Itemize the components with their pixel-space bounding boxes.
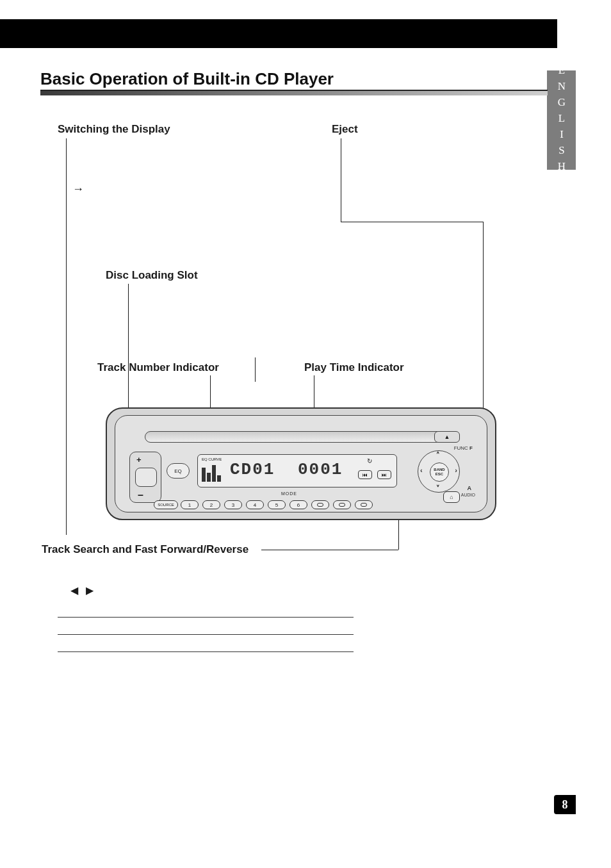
preset-button-row: 1 2 3 4 5 6: [181, 500, 373, 509]
dpad-control: ˄ ˅ ‹ › BAND ESC: [418, 450, 460, 493]
leader-line: [261, 550, 398, 550]
preset-button-1: 1: [181, 500, 199, 509]
lcd-mode-label: MODE: [281, 491, 297, 496]
section-title: Basic Operation of Built-in CD Player: [40, 69, 334, 89]
audio-label: AUDIO: [461, 493, 475, 497]
dpad-right-icon: ›: [455, 466, 457, 474]
leader-line: [483, 222, 484, 433]
loop-icon: ↻: [367, 457, 372, 464]
dpad-up-icon: ˄: [436, 451, 440, 459]
label-play-time-indicator: Play Time Indicator: [304, 361, 404, 374]
label-track-search: Track Search and Fast Forward/Reverse: [42, 543, 248, 556]
aux-button: [333, 500, 351, 509]
lcd-eq-curve-label: EQ CURVE: [202, 457, 222, 461]
volume-control: + –: [129, 452, 161, 503]
leader-line: [255, 357, 256, 382]
lcd-eq-bars: [202, 464, 225, 482]
label-disc-loading-slot: Disc Loading Slot: [106, 269, 198, 282]
horizontal-rule: [58, 617, 354, 618]
playback-arrows-icon: ◀ ▶: [70, 584, 96, 596]
preset-button-2: 2: [202, 500, 220, 509]
leader-line: [341, 138, 341, 222]
dpad-center-button: BAND ESC: [430, 463, 449, 482]
preset-button-6: 6: [289, 500, 307, 509]
preset-button-4: 4: [246, 500, 264, 509]
cd-player-illustration: ▲ FUNC F A AUDIO + – EQ EQ CURVE CD01 00…: [106, 407, 496, 520]
source-button: SOURCE: [154, 500, 178, 509]
label-track-number-indicator: Track Number Indicator: [97, 361, 219, 374]
eq-button: EQ: [167, 463, 190, 479]
dpad-down-icon: ˅: [436, 484, 440, 493]
volume-plus-icon: +: [136, 455, 142, 464]
next-track-icon: ⏭: [377, 470, 391, 479]
dpad-left-icon: ‹: [420, 466, 423, 474]
lcd-play-time: 0001: [298, 460, 343, 479]
detach-button: ⌂: [443, 491, 460, 503]
volume-minus-icon: –: [138, 489, 143, 501]
dpad-esc-label: ESC: [436, 472, 443, 477]
leader-line: [341, 222, 483, 222]
top-black-bar: [0, 19, 557, 48]
page-number: 8: [554, 795, 576, 814]
lcd-track-number: CD01: [230, 460, 275, 479]
preset-button-5: 5: [268, 500, 286, 509]
func-label: FUNC F: [454, 445, 473, 451]
preset-button-3: 3: [224, 500, 242, 509]
volume-knob: [135, 468, 157, 487]
arrow-right-icon: →: [72, 183, 84, 196]
horizontal-rule: [58, 634, 354, 635]
horizontal-rule: [58, 651, 354, 652]
aux-button: [355, 500, 373, 509]
eject-icon: ▲: [444, 434, 450, 440]
leader-line: [66, 138, 67, 535]
label-switching-display: Switching the Display: [58, 123, 170, 136]
prev-track-icon: ⏮: [358, 470, 372, 479]
language-tab: ENGLISH: [547, 70, 576, 170]
home-icon: ⌂: [450, 494, 453, 500]
lcd-display: EQ CURVE CD01 0001 ↻ ⏮ ⏭ MODE: [197, 454, 397, 487]
section-title-underline: [40, 90, 548, 95]
disc-loading-slot: [145, 431, 447, 443]
a-label: A: [468, 485, 472, 491]
dpad-band-label: BAND: [434, 468, 444, 472]
label-eject: Eject: [332, 123, 358, 136]
eject-button: ▲: [434, 431, 460, 443]
aux-button: [311, 500, 329, 509]
